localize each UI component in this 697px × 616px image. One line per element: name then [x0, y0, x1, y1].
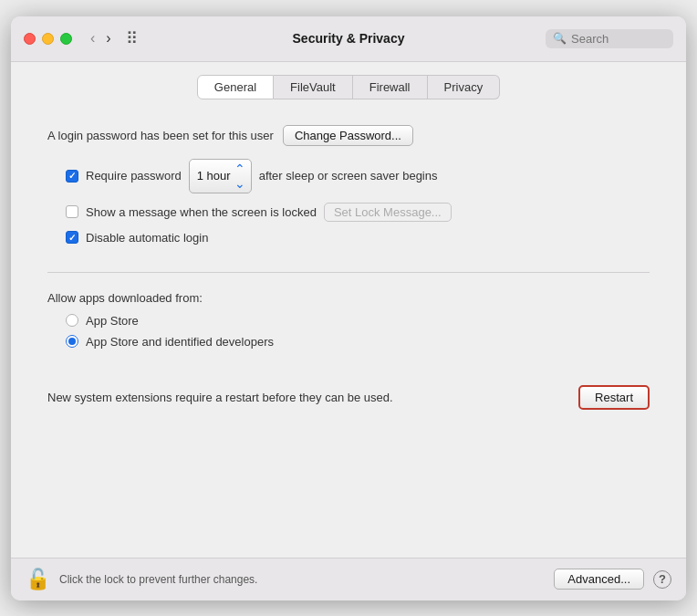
tabbar: General FileVault Firewall Privacy — [11, 62, 686, 99]
login-password-label: A login password has been set for this u… — [47, 129, 274, 142]
traffic-lights — [24, 33, 72, 45]
section-divider — [47, 272, 650, 273]
show-message-label: Show a message when the screen is locked — [86, 205, 317, 219]
change-password-button[interactable]: Change Password... — [283, 125, 413, 146]
allow-apps-section: Allow apps downloaded from: App Store Ap… — [47, 291, 650, 349]
allow-apps-title: Allow apps downloaded from: — [47, 291, 650, 305]
password-interval-value: 1 hour — [197, 169, 231, 183]
restart-text: New system extensions require a restart … — [47, 391, 560, 404]
radio-app-store-button[interactable] — [66, 314, 78, 327]
close-button[interactable] — [24, 33, 36, 45]
forward-button[interactable]: › — [102, 28, 114, 48]
show-message-row: Show a message when the screen is locked… — [66, 203, 650, 222]
content-area: A login password has been set for this u… — [11, 99, 686, 558]
advanced-button[interactable]: Advanced... — [554, 569, 644, 590]
radio-app-store-identified-label: App Store and identified developers — [86, 335, 274, 349]
nav-buttons: ‹ › — [87, 28, 115, 48]
lock-icon[interactable]: 🔓 — [26, 568, 50, 591]
radio-app-store[interactable]: App Store — [66, 314, 650, 328]
password-interval-dropdown[interactable]: 1 hour ⌃⌄ — [189, 159, 252, 193]
tab-privacy[interactable]: Privacy — [428, 75, 501, 99]
dropdown-arrow-icon: ⌃⌄ — [234, 162, 245, 191]
show-message-checkbox[interactable] — [66, 205, 78, 218]
login-password-row: A login password has been set for this u… — [47, 125, 650, 146]
require-password-checkbox[interactable] — [66, 170, 78, 183]
options-section: Require password 1 hour ⌃⌄ after sleep o… — [66, 159, 650, 245]
set-lock-message-button[interactable]: Set Lock Message... — [324, 203, 452, 222]
restart-section: New system extensions require a restart … — [47, 376, 650, 419]
minimize-button[interactable] — [42, 33, 54, 45]
disable-autologin-row: Disable automatic login — [66, 231, 650, 245]
radio-app-store-label: App Store — [86, 314, 139, 328]
main-window: ‹ › ⠿ Security & Privacy 🔍 General FileV… — [11, 16, 686, 600]
disable-autologin-label: Disable automatic login — [86, 231, 208, 245]
tab-filevault[interactable]: FileVault — [274, 75, 353, 99]
search-input[interactable] — [571, 32, 662, 46]
tab-firewall[interactable]: Firewall — [353, 75, 428, 99]
titlebar: ‹ › ⠿ Security & Privacy 🔍 — [11, 16, 686, 62]
allow-apps-radio-group: App Store App Store and identified devel… — [66, 314, 650, 349]
search-icon: 🔍 — [553, 32, 567, 45]
radio-app-store-identified[interactable]: App Store and identified developers — [66, 335, 650, 349]
window-title: Security & Privacy — [293, 31, 405, 46]
grid-button[interactable]: ⠿ — [122, 26, 141, 50]
tab-general[interactable]: General — [197, 75, 274, 99]
require-password-label: Require password — [86, 169, 182, 183]
help-button[interactable]: ? — [653, 570, 671, 589]
lock-text: Click the lock to prevent further change… — [59, 573, 545, 586]
back-button[interactable]: ‹ — [87, 28, 99, 48]
after-sleep-label: after sleep or screen saver begins — [259, 169, 438, 183]
require-password-row: Require password 1 hour ⌃⌄ after sleep o… — [66, 159, 650, 193]
restart-button[interactable]: Restart — [578, 385, 650, 410]
maximize-button[interactable] — [60, 33, 72, 45]
disable-autologin-checkbox[interactable] — [66, 231, 78, 244]
bottombar: 🔓 Click the lock to prevent further chan… — [11, 558, 686, 600]
radio-app-store-identified-button[interactable] — [66, 335, 78, 348]
search-box[interactable]: 🔍 — [546, 29, 673, 48]
